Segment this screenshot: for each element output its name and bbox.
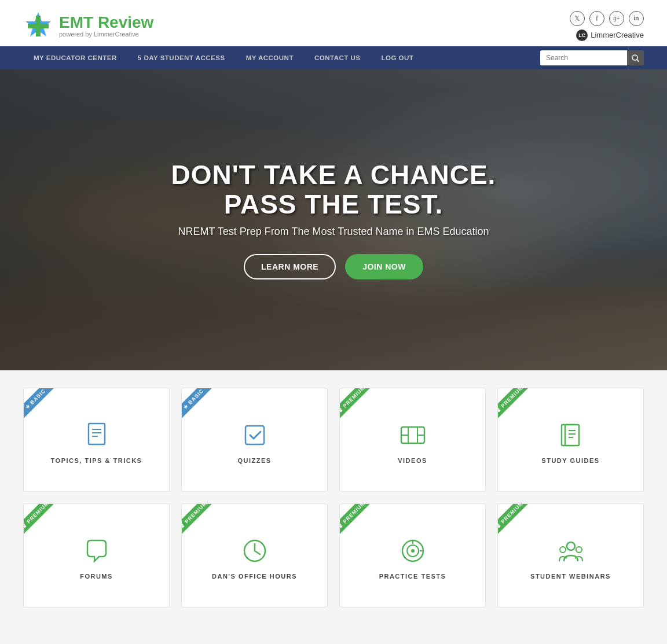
svg-point-29 — [576, 547, 582, 553]
badge-label-forums: ♛ PREMIUM — [24, 504, 57, 537]
badge-premium-practice: ♛ PREMIUM — [340, 504, 380, 544]
limmercreative-label: LimmerCreative — [591, 31, 644, 39]
card-label-dans-office-hours: DAN'S OFFICE HOURS — [212, 573, 297, 580]
logo-area: EMT Review powered by LimmerCreative — [23, 11, 153, 41]
svg-rect-15 — [565, 425, 579, 446]
hero-headline-line2: PASS THE TEST. — [160, 190, 507, 219]
badge-basic-quizzes: ★ BASIC — [182, 388, 222, 429]
social-icons: 𝕏 f g+ in — [570, 11, 644, 26]
svg-marker-1 — [28, 16, 49, 36]
topics-icon — [83, 421, 111, 449]
card-forums[interactable]: ♛ PREMIUM FORUMS — [23, 503, 170, 608]
card-student-webinars[interactable]: ♛ PREMIUM STUDENT WEBINARS — [497, 503, 644, 608]
join-now-button[interactable]: JOIN NOW — [345, 254, 423, 279]
badge-label-study: ♛ PREMIUM — [498, 388, 532, 421]
videos-icon — [399, 421, 427, 449]
nav-log-out[interactable]: LOG OUT — [371, 46, 424, 69]
main-nav: MY EDUCATOR CENTER 5 DAY STUDENT ACCESS … — [0, 46, 667, 69]
svg-point-27 — [567, 542, 575, 550]
nav-student-access[interactable]: 5 DAY STUDENT ACCESS — [127, 46, 236, 69]
badge-label-office: ♛ PREMIUM — [182, 504, 215, 537]
study-guides-icon — [557, 421, 585, 449]
badge-basic-topics: ★ BASIC — [24, 388, 64, 429]
hero-content: DON'T TAKE A CHANCE. PASS THE TEST. NREM… — [160, 160, 507, 279]
search-button[interactable] — [627, 50, 644, 65]
card-study-guides[interactable]: ♛ PREMIUM STUDY GUIDES — [497, 388, 644, 492]
svg-rect-8 — [245, 426, 264, 444]
card-label-quizzes: QUIZZES — [237, 457, 271, 464]
forums-icon — [83, 537, 111, 565]
badge-label-videos: ♛ PREMIUM — [340, 388, 373, 421]
card-label-student-webinars: STUDENT WEBINARS — [530, 573, 611, 580]
nav-educator-center[interactable]: MY EDUCATOR CENTER — [23, 46, 127, 69]
badge-label-webinars: ♛ PREMIUM — [498, 504, 532, 537]
lc-logo-icon: LC — [576, 30, 588, 41]
badge-premium-webinars: ♛ PREMIUM — [498, 504, 538, 544]
logo-text-area: EMT Review powered by LimmerCreative — [59, 14, 153, 38]
cards-section: ★ BASIC TOPICS, TIPS & TRICKS ★ BASIC — [0, 370, 667, 636]
search-input[interactable] — [540, 50, 627, 65]
card-label-practice-tests: PRACTICE TESTS — [379, 573, 446, 580]
nav-my-account[interactable]: MY ACCOUNT — [236, 46, 304, 69]
hero-headline: DON'T TAKE A CHANCE. PASS THE TEST. — [160, 160, 507, 219]
badge-label-quizzes: ★ BASIC — [182, 388, 215, 421]
badge-premium-study: ♛ PREMIUM — [498, 388, 538, 429]
site-header: EMT Review powered by LimmerCreative 𝕏 f… — [0, 0, 667, 46]
badge-premium-forums: ♛ PREMIUM — [24, 504, 64, 544]
student-webinars-icon — [557, 537, 585, 565]
svg-point-2 — [632, 55, 637, 60]
badge-label-topics: ★ BASIC — [24, 388, 57, 421]
header-right: 𝕏 f g+ in LC LimmerCreative — [570, 11, 644, 41]
card-topics[interactable]: ★ BASIC TOPICS, TIPS & TRICKS — [23, 388, 170, 492]
card-label-forums: FORUMS — [80, 573, 113, 580]
twitter-icon[interactable]: 𝕏 — [570, 11, 585, 26]
hero-section: DON'T TAKE A CHANCE. PASS THE TEST. NREM… — [0, 69, 667, 370]
facebook-icon[interactable]: f — [589, 11, 604, 26]
badge-premium-videos: ♛ PREMIUM — [340, 388, 380, 429]
nav-search — [540, 50, 644, 65]
hero-subheadline: NREMT Test Prep From The Most Trusted Na… — [160, 226, 507, 238]
nav-items: MY EDUCATOR CENTER 5 DAY STUDENT ACCESS … — [23, 46, 540, 69]
card-label-videos: VIDEOS — [398, 457, 427, 464]
cards-row-2: ♛ PREMIUM FORUMS ♛ PREMIUM DAN'S OFFICE … — [23, 503, 644, 608]
practice-tests-icon — [399, 537, 427, 565]
svg-point-24 — [411, 549, 415, 553]
svg-line-3 — [637, 60, 639, 62]
logo-title: EMT Review — [59, 14, 153, 31]
card-label-topics: TOPICS, TIPS & TRICKS — [51, 457, 142, 464]
googleplus-icon[interactable]: g+ — [609, 11, 624, 26]
limmercreative-branding: LC LimmerCreative — [576, 30, 644, 41]
nav-contact-us[interactable]: CONTACT US — [304, 46, 371, 69]
cards-row-1: ★ BASIC TOPICS, TIPS & TRICKS ★ BASIC — [23, 388, 644, 492]
svg-rect-4 — [89, 424, 105, 444]
card-label-study-guides: STUDY GUIDES — [541, 457, 599, 464]
learn-more-button[interactable]: LEARN MORE — [244, 254, 336, 279]
card-videos[interactable]: ♛ PREMIUM VIDEOS — [339, 388, 486, 492]
badge-label-practice: ♛ PREMIUM — [340, 504, 373, 537]
quizzes-icon — [241, 421, 269, 449]
logo-powered: powered by LimmerCreative — [59, 31, 153, 38]
logo-icon — [23, 11, 53, 41]
search-icon — [632, 54, 639, 62]
svg-point-28 — [560, 547, 566, 553]
hero-headline-line1: DON'T TAKE A CHANCE. — [160, 160, 507, 190]
card-dans-office-hours[interactable]: ♛ PREMIUM DAN'S OFFICE HOURS — [181, 503, 328, 608]
hero-buttons: LEARN MORE JOIN NOW — [160, 254, 507, 279]
svg-line-21 — [255, 551, 260, 554]
office-hours-icon — [241, 537, 269, 565]
card-practice-tests[interactable]: ♛ PREMIUM PRACTICE TESTS — [339, 503, 486, 608]
linkedin-icon[interactable]: in — [629, 11, 644, 26]
card-quizzes[interactable]: ★ BASIC QUIZZES — [181, 388, 328, 492]
badge-premium-office: ♛ PREMIUM — [182, 504, 222, 544]
